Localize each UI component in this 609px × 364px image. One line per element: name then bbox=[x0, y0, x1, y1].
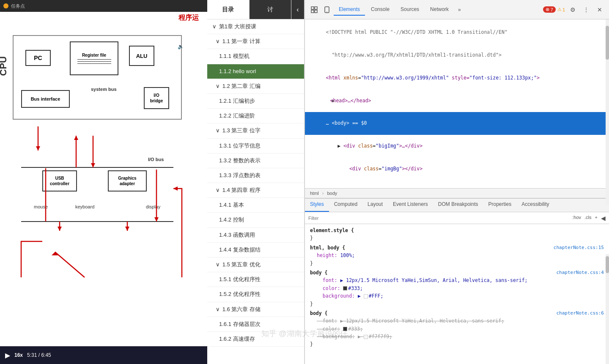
dom-line-bigimg[interactable]: ▶ <div class="bigImg">…</div> bbox=[305, 135, 609, 158]
dom-line-html[interactable]: <html xmlns="http://www.w3.org/1999/xhtm… bbox=[305, 67, 609, 90]
traffic-light-icon bbox=[3, 3, 8, 8]
source-link-2[interactable]: chapterNote.css:4 bbox=[556, 269, 604, 276]
styles-scrollbar[interactable] bbox=[606, 254, 609, 364]
toc-item[interactable]: 1.5.1 优化程序性 bbox=[207, 272, 304, 287]
source-link-3[interactable]: chapterNote.css:6 bbox=[556, 309, 604, 317]
toc-item[interactable]: 1.3.2 整数的表示 bbox=[207, 153, 304, 168]
devtools-right-icons: ⊗7 ⚠1 ⚙ ⋮ ✕ bbox=[543, 4, 606, 16]
dom-line-head[interactable]: ▶ <head>…</head> bbox=[305, 89, 609, 112]
tab-sources[interactable]: Sources bbox=[395, 4, 424, 16]
style-tab-styles[interactable]: Styles bbox=[305, 199, 329, 212]
style-tab-accessibility[interactable]: Accessibility bbox=[516, 199, 554, 212]
hov-pseudo[interactable]: :hov bbox=[572, 215, 581, 222]
tab-console[interactable]: Console bbox=[366, 4, 395, 16]
svg-marker-17 bbox=[173, 186, 178, 191]
audio-icon: 🔈 bbox=[178, 44, 186, 52]
play-button[interactable]: ▶ bbox=[5, 351, 10, 359]
toc-item[interactable]: ∨ 1.2 第二章 汇编 bbox=[207, 79, 304, 94]
tab-network[interactable]: Network bbox=[425, 4, 454, 16]
dom-tree[interactable]: <!DOCTYPE html PUBLIC "-//W3C//DTD XHTML… bbox=[305, 19, 609, 188]
svg-line-11 bbox=[55, 252, 85, 277]
dom-breadcrumb: html › body bbox=[305, 188, 609, 198]
style-tab-layout[interactable]: Layout bbox=[362, 199, 388, 212]
style-tab-properties[interactable]: Properties bbox=[483, 199, 517, 212]
toc-item[interactable]: 1.6.1 存储器层次 bbox=[207, 317, 304, 332]
devtools-panel: Elements Console Sources Network » ⊗7 ⚠1… bbox=[304, 0, 609, 364]
dom-scrollbar[interactable] bbox=[606, 19, 609, 205]
speed-label: 16x bbox=[14, 352, 23, 358]
video-area: 程序运 CPU Register file PC ALU bbox=[0, 12, 207, 346]
alu-box: ALU bbox=[129, 46, 154, 66]
video-top-bar: 任务点 bbox=[0, 0, 207, 12]
diagram-content: CPU Register file PC ALU system bus bbox=[0, 22, 207, 346]
styles-scrollbar-thumb[interactable] bbox=[606, 256, 609, 273]
tab-more[interactable]: » bbox=[455, 4, 464, 15]
element-style-rule: element.style { } bbox=[305, 226, 609, 243]
register-lines bbox=[77, 59, 111, 60]
settings-icon[interactable]: ⚙ bbox=[567, 4, 579, 16]
source-link-1[interactable]: chapterNote.css:15 bbox=[554, 244, 604, 252]
close-icon[interactable]: ✕ bbox=[594, 4, 606, 16]
add-style-rule[interactable]: + bbox=[595, 215, 598, 222]
styles-panel: Styles Computed Layout Event Listeners D… bbox=[305, 198, 609, 364]
toc-item[interactable]: 1.3.3 浮点数的表 bbox=[207, 168, 304, 183]
devtools-toolbar: Elements Console Sources Network » ⊗7 ⚠1… bbox=[305, 0, 609, 19]
toc-item[interactable]: ∨ 1.6 第六章 存储 bbox=[207, 302, 304, 317]
svg-marker-16 bbox=[125, 227, 129, 231]
toc-item[interactable]: 1.2.1 汇编初步 bbox=[207, 94, 304, 109]
dom-line-gotop[interactable]: <a name="gotop"></a> bbox=[305, 180, 609, 188]
dom-scrollbar-thumb[interactable] bbox=[606, 26, 609, 60]
app-title: 任务点 bbox=[11, 3, 25, 9]
svg-rect-20 bbox=[311, 10, 314, 13]
toc-item[interactable]: 1.4.1 基本 bbox=[207, 198, 304, 213]
mobile-icon[interactable] bbox=[321, 4, 333, 16]
register-file-label: Register file bbox=[82, 53, 106, 57]
styles-filter-bar: :hov .cls + ◀ bbox=[305, 212, 609, 224]
dom-line-imgbg[interactable]: <div class="imgBg"></div> bbox=[305, 158, 609, 181]
toc-item[interactable]: 1.4.4 复杂数据结 bbox=[207, 243, 304, 257]
breadcrumb-body[interactable]: body bbox=[325, 190, 339, 197]
svg-rect-19 bbox=[315, 7, 317, 9]
breadcrumb-html[interactable]: html bbox=[308, 190, 321, 197]
toc-item[interactable]: 1.5.2 优化程序性 bbox=[207, 287, 304, 302]
toc-item[interactable]: 1.1.1 模型机 bbox=[207, 49, 304, 64]
filter-input[interactable] bbox=[308, 216, 569, 221]
dom-line-doctype2[interactable]: "http://www.w3.org/TR/xhtml1/DTD/xhtml1-… bbox=[305, 44, 609, 67]
tab-arrow[interactable]: ‹ bbox=[291, 0, 304, 19]
style-options[interactable]: ◀ bbox=[601, 215, 606, 222]
toc-item[interactable]: 1.4.2 控制 bbox=[207, 213, 304, 227]
toc-item[interactable]: ∨ 1.4 第四章 程序 bbox=[207, 183, 304, 198]
io-bridge-box: I/O bridge bbox=[144, 87, 169, 109]
svg-marker-10 bbox=[154, 217, 159, 222]
toc-item[interactable]: 1.3.1 位字节信息 bbox=[207, 139, 304, 153]
dom-line-body[interactable]: … <body> == $0 bbox=[305, 112, 609, 135]
html-body-rule: chapterNote.css:15 html, body { height: … bbox=[305, 243, 609, 268]
toc-item[interactable]: 1.1.2 hello worl bbox=[207, 64, 304, 79]
system-bus-label: system bus bbox=[91, 87, 117, 92]
tab-toc[interactable]: 目录 bbox=[207, 0, 250, 19]
style-tab-dom-breakpoints[interactable]: DOM Breakpoints bbox=[433, 199, 483, 212]
cls-filter[interactable]: .cls bbox=[584, 215, 592, 222]
style-tab-event-listeners[interactable]: Event Listeners bbox=[388, 199, 433, 212]
tab-discuss[interactable]: 讨 bbox=[250, 0, 292, 19]
tab-elements[interactable]: Elements bbox=[334, 4, 365, 16]
toc-item[interactable]: ∨ 1.3 第三章 位字 bbox=[207, 123, 304, 138]
svg-rect-21 bbox=[315, 10, 317, 13]
io-bus-label: I/O bus bbox=[148, 157, 164, 162]
menu-icon[interactable]: ⋮ bbox=[580, 4, 592, 16]
program-run-title: 程序运 bbox=[0, 12, 207, 22]
toc-item[interactable]: 1.6.2 高速缓存 bbox=[207, 332, 304, 347]
toc-item[interactable]: 1.4.3 函数调用 bbox=[207, 228, 304, 243]
toc-item[interactable]: ∨ 1.1 第一章 计算 bbox=[207, 34, 304, 49]
inspect-icon[interactable] bbox=[308, 4, 320, 16]
toc-item[interactable]: 1.2.2 汇编进阶 bbox=[207, 109, 304, 123]
svg-marker-5 bbox=[91, 163, 95, 167]
style-tab-computed[interactable]: Computed bbox=[329, 199, 362, 212]
mouse-label: mouse bbox=[34, 204, 48, 209]
toc-item[interactable]: ∨ 1.5 第五章 优化 bbox=[207, 257, 304, 272]
dom-line-doctype1[interactable]: <!DOCTYPE html PUBLIC "-//W3C//DTD XHTML… bbox=[305, 21, 609, 44]
body-rule-1: chapterNote.css:4 body { font: ▶ 12px/1.… bbox=[305, 268, 609, 309]
filter-right: :hov .cls + ◀ bbox=[572, 215, 606, 222]
toc-item[interactable]: ∨ 第1章 大班授课 bbox=[207, 19, 304, 34]
diagram-container: 程序运 CPU Register file PC ALU bbox=[0, 12, 207, 346]
